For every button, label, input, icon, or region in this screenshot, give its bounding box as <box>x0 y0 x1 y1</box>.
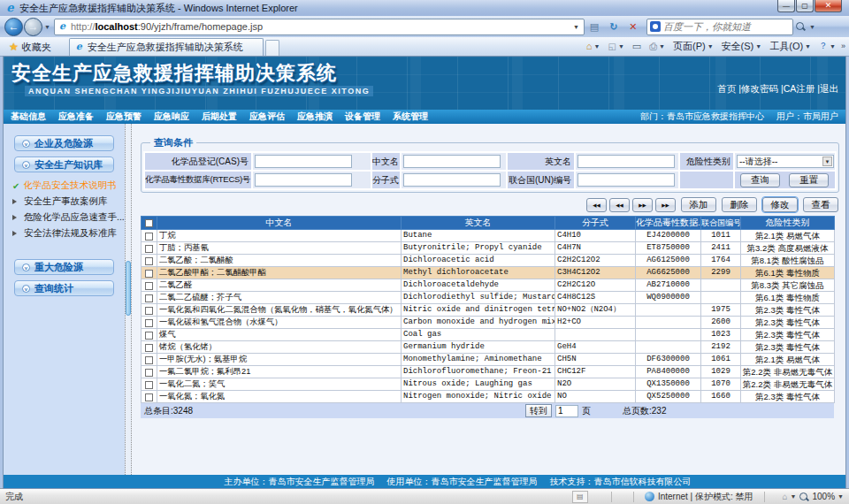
cell-en-name: Dichloroacetaldehyde <box>402 279 555 292</box>
page-input[interactable] <box>555 405 578 417</box>
search-button[interactable] <box>793 18 807 35</box>
forward-button[interactable]: → <box>24 18 42 36</box>
un-input[interactable] <box>577 173 675 187</box>
view-button[interactable]: 查看 <box>803 197 838 212</box>
address-url[interactable]: http://localhost:90/yjzh/frame/homepage.… <box>71 21 571 32</box>
sidebar-item[interactable]: 危险化学品应急速查手... <box>4 210 125 225</box>
en-name-input[interactable] <box>577 155 675 168</box>
top-link[interactable]: |退出 <box>817 83 838 94</box>
cell-cn-name: 锗烷（氢化锗） <box>157 341 402 354</box>
top-link[interactable]: 首页 <box>717 83 736 94</box>
row-checkbox[interactable] <box>145 233 153 241</box>
maximize-button[interactable]: ▢ <box>796 0 814 12</box>
zoom-icon <box>799 492 809 502</box>
menu-item[interactable]: 应急推演 <box>297 111 333 123</box>
top-link[interactable]: |CA注册 <box>781 83 815 94</box>
menu-item[interactable]: 应急准备 <box>58 111 94 123</box>
row-checkbox[interactable] <box>145 319 153 327</box>
sidebar-section-query-stats[interactable]: v查询统计 <box>14 280 114 296</box>
select-all-header[interactable] <box>142 217 157 230</box>
frame-splitter[interactable] <box>125 124 132 475</box>
section-toggle-icon: v <box>22 263 30 271</box>
row-checkbox[interactable] <box>145 344 153 352</box>
cn-name-input[interactable] <box>403 155 501 168</box>
modify-button[interactable]: 修改 <box>762 197 798 212</box>
menu-item[interactable]: 设备管理 <box>345 111 380 123</box>
address-bar[interactable]: e http://localhost:90/yjzh/frame/homepag… <box>54 19 585 35</box>
tools-menu[interactable]: 工具(O)▼ <box>767 40 814 53</box>
zoom-control[interactable]: ⌂▼ 100% ▼ <box>783 492 845 502</box>
cell-hazard: 第6.1类 毒性物质 <box>741 292 835 304</box>
row-checkbox[interactable] <box>145 332 153 340</box>
page-suffix: 页 <box>582 405 591 417</box>
row-checkbox[interactable] <box>145 245 153 253</box>
close-button[interactable]: ✕ <box>815 0 842 12</box>
search-dropdown-icon[interactable]: ▼ <box>809 24 815 30</box>
row-checkbox[interactable] <box>145 356 153 364</box>
menu-item[interactable]: 后期处置 <box>202 111 237 123</box>
minimize-button[interactable]: — <box>777 0 795 12</box>
compatibility-view-button[interactable]: ▤ <box>585 18 604 35</box>
goto-button[interactable]: 转到 <box>525 404 552 417</box>
menu-item[interactable]: 基础信息 <box>11 111 46 123</box>
refresh-button[interactable]: ↻ <box>604 18 623 35</box>
stop-button[interactable]: ✕ <box>623 18 643 35</box>
top-link[interactable]: |修改密码 <box>738 83 778 94</box>
cell-rtecs <box>636 317 701 329</box>
cell-cn-name: 丁烷 <box>157 230 402 242</box>
formula-input[interactable] <box>403 173 501 187</box>
cell-rtecs <box>636 341 701 354</box>
delete-button[interactable]: 删除 <box>722 197 757 212</box>
browser-tab[interactable]: e 安全生产应急救援指挥辅助决策系统 <box>69 38 264 56</box>
search-button-form[interactable]: 查询 <box>740 173 780 187</box>
cell-rtecs: QX1350000 <box>636 378 701 391</box>
overflow-chevron[interactable]: » <box>841 42 845 50</box>
favorites-button[interactable]: ★ 收藏夹 <box>4 38 57 56</box>
sidebar-section-knowledge[interactable]: v安全生产知识库 <box>14 157 114 172</box>
hazard-class-select[interactable]: --请选择--▼ <box>737 155 834 168</box>
row-checkbox[interactable] <box>145 369 153 377</box>
sidebar-item[interactable]: 安全生产事故案例库 <box>4 194 125 210</box>
hazard-class-label: 危险性类别 <box>680 153 733 170</box>
row-checkbox[interactable] <box>145 270 153 278</box>
feeds-button[interactable]: ◱▼ <box>605 42 626 51</box>
row-checkbox[interactable] <box>145 307 153 315</box>
add-button[interactable]: 添加 <box>681 197 716 212</box>
sidebar-section-enterprise[interactable]: v企业及危险源 <box>14 135 114 151</box>
history-dropdown-icon[interactable]: ▼ <box>44 24 50 30</box>
address-dropdown-icon[interactable]: ▼ <box>571 24 581 30</box>
sidebar-section-major-hazard[interactable]: v重大危险源 <box>14 259 114 275</box>
first-page-button[interactable]: ◀◀ <box>586 198 607 212</box>
baidu-icon <box>650 21 661 32</box>
cell-formula: H2+CO <box>555 317 636 329</box>
menu-item[interactable]: 系统管理 <box>393 111 428 123</box>
menu-item[interactable]: 应急评估 <box>249 111 285 123</box>
search-placeholder[interactable]: 百度一下，你就知道 <box>663 20 790 34</box>
cas-input[interactable] <box>255 155 352 168</box>
select-all-checkbox[interactable] <box>145 219 153 227</box>
read-mail-button[interactable]: ▭ <box>630 41 644 52</box>
last-page-button[interactable]: ▶▶ <box>655 198 676 212</box>
splitter-handle[interactable] <box>126 261 131 316</box>
print-button[interactable]: ⎙▼ <box>646 41 668 52</box>
menu-item[interactable]: 应急响应 <box>154 111 189 123</box>
row-checkbox[interactable] <box>145 257 153 265</box>
prev-page-button[interactable]: ◀◀ <box>609 198 630 212</box>
row-checkbox[interactable] <box>145 393 153 401</box>
menu-item[interactable]: 应急预警 <box>106 111 142 123</box>
new-tab-button[interactable] <box>265 40 279 56</box>
sidebar-item[interactable]: 安全法律法规及标准库 <box>4 225 125 241</box>
safety-menu[interactable]: 安全(S)▼ <box>719 40 765 53</box>
row-checkbox[interactable] <box>145 294 153 302</box>
row-checkbox[interactable] <box>145 381 153 389</box>
sidebar-item[interactable]: ✔化学品安全技术说明书 <box>4 178 125 194</box>
search-box[interactable]: 百度一下，你就知道 <box>646 19 793 35</box>
next-page-button[interactable]: ▶▶ <box>632 198 653 212</box>
rtecs-input[interactable] <box>255 173 352 187</box>
help-button[interactable]: ？▼ <box>816 40 838 52</box>
reset-button[interactable]: 重置 <box>789 173 829 187</box>
row-checkbox[interactable] <box>145 282 153 290</box>
home-button[interactable]: ⌂▼ <box>584 41 603 51</box>
page-menu[interactable]: 页面(P)▼ <box>670 40 716 53</box>
back-button[interactable]: ← <box>4 18 23 36</box>
